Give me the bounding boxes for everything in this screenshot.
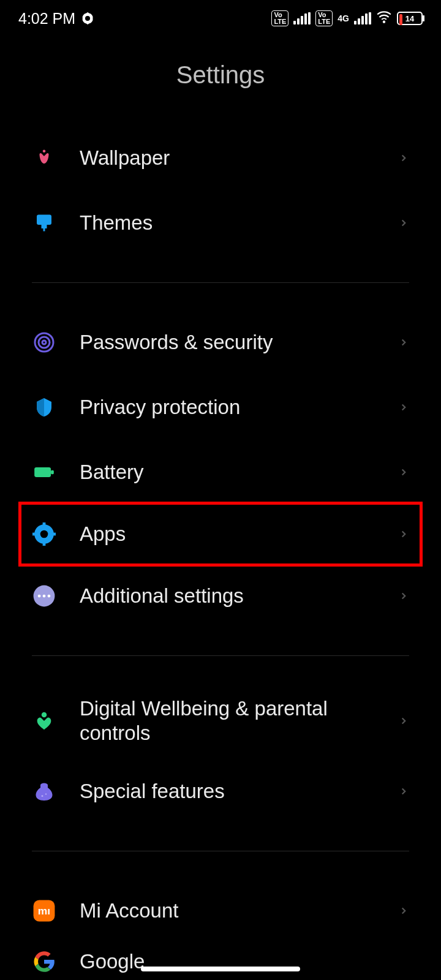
apps-gear-icon <box>32 522 56 546</box>
page-title: Settings <box>0 61 441 89</box>
volte-icon: VoLTE <box>271 10 288 26</box>
row-miaccount[interactable]: mı Mi Account <box>32 878 409 943</box>
fingerprint-icon <box>32 330 56 355</box>
chevron-right-icon <box>398 905 409 916</box>
shield-icon <box>32 395 56 420</box>
row-label: Passwords & security <box>80 330 398 355</box>
mi-logo-icon: mı <box>32 899 56 923</box>
settings-group: Wallpaper Themes <box>0 126 441 255</box>
flask-icon <box>32 779 56 804</box>
row-privacy[interactable]: Privacy protection <box>32 375 409 440</box>
row-special[interactable]: Special features <box>32 759 409 824</box>
svg-point-19 <box>42 712 47 718</box>
google-icon <box>32 949 56 974</box>
row-label: Wallpaper <box>80 146 398 170</box>
status-time: 4:02 PM <box>18 10 75 28</box>
home-indicator[interactable] <box>141 967 300 971</box>
svg-text:mı: mı <box>38 905 50 917</box>
row-label: Themes <box>80 211 398 235</box>
settings-group: Additional settings <box>0 564 441 628</box>
chevron-right-icon <box>398 402 409 413</box>
row-label: Privacy protection <box>80 395 398 420</box>
settings-group: Passwords & security Privacy protection … <box>0 310 441 505</box>
row-label: Mi Account <box>80 899 398 923</box>
row-label: Digital Wellbeing & parental controls <box>80 696 398 745</box>
row-label: Special features <box>80 779 398 804</box>
chevron-right-icon <box>398 337 409 348</box>
status-bar: 4:02 PM VoLTE VoLTE 4G 14 <box>0 0 441 37</box>
svg-point-16 <box>38 595 41 598</box>
svg-rect-3 <box>43 228 45 232</box>
battery-icon: 14 <box>397 12 423 25</box>
svg-rect-13 <box>32 533 37 536</box>
svg-rect-2 <box>42 225 47 228</box>
svg-rect-11 <box>43 522 46 527</box>
wifi-icon <box>376 9 392 28</box>
row-google[interactable]: Google <box>32 943 409 980</box>
svg-point-17 <box>43 595 46 598</box>
svg-rect-1 <box>37 215 51 225</box>
wallpaper-icon <box>32 146 56 170</box>
chevron-right-icon <box>398 786 409 797</box>
row-additional[interactable]: Additional settings <box>32 564 409 628</box>
chevron-right-icon <box>398 715 409 726</box>
svg-point-5 <box>39 337 50 348</box>
gear-icon <box>81 12 94 24</box>
settings-group: mı Mi Account Google <box>0 878 441 980</box>
svg-point-21 <box>42 795 43 797</box>
svg-point-6 <box>42 341 46 344</box>
battery-level: 14 <box>398 14 421 23</box>
highlight-apps: Apps <box>18 502 423 567</box>
more-icon <box>32 584 56 608</box>
row-wallpaper[interactable]: Wallpaper <box>32 126 409 190</box>
svg-point-0 <box>383 21 385 23</box>
row-label: Additional settings <box>80 584 398 608</box>
svg-rect-14 <box>51 533 56 536</box>
svg-rect-7 <box>34 467 51 477</box>
wellbeing-icon <box>32 709 56 733</box>
row-label: Battery <box>80 460 398 484</box>
row-battery[interactable]: Battery <box>32 440 409 505</box>
chevron-right-icon <box>398 529 409 540</box>
row-themes[interactable]: Themes <box>32 190 409 255</box>
status-right: VoLTE VoLTE 4G 14 <box>271 9 423 28</box>
volte-icon: VoLTE <box>315 10 333 26</box>
svg-point-22 <box>45 793 47 794</box>
signal-icon <box>354 12 371 24</box>
svg-rect-12 <box>43 541 46 546</box>
network-type: 4G <box>337 13 349 23</box>
battery-icon <box>32 460 56 484</box>
status-left: 4:02 PM <box>18 10 94 28</box>
row-label: Apps <box>80 522 398 546</box>
row-passwords[interactable]: Passwords & security <box>32 310 409 375</box>
settings-group: Digital Wellbeing & parental controls Sp… <box>0 683 441 824</box>
row-wellbeing[interactable]: Digital Wellbeing & parental controls <box>32 683 409 759</box>
themes-icon <box>32 211 56 235</box>
chevron-right-icon <box>398 590 409 601</box>
svg-point-18 <box>48 595 51 598</box>
svg-rect-8 <box>51 470 54 474</box>
row-apps[interactable]: Apps <box>32 505 409 564</box>
signal-icon <box>293 12 311 24</box>
chevron-right-icon <box>398 153 409 164</box>
chevron-right-icon <box>398 217 409 228</box>
chevron-right-icon <box>398 467 409 478</box>
svg-point-10 <box>40 530 48 538</box>
